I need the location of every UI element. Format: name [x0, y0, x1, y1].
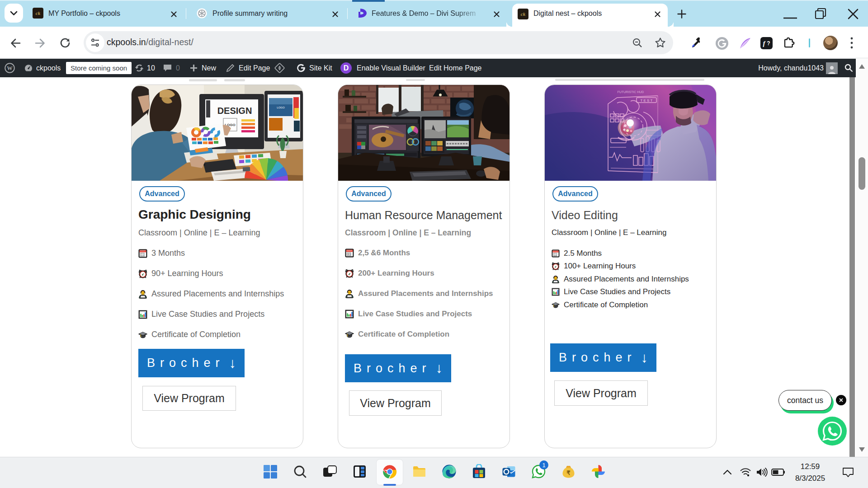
- svg-text:ck: ck: [36, 10, 41, 16]
- svg-text:?: ?: [767, 40, 770, 47]
- svg-text:W: W: [7, 65, 13, 71]
- svg-text:ck: ck: [521, 11, 526, 17]
- svg-text:DESIGN: DESIGN: [217, 106, 252, 116]
- svg-text:₹: ₹: [566, 469, 571, 476]
- svg-text:LOGO: LOGO: [277, 106, 285, 109]
- svg-text:T E S T: T E S T: [641, 99, 653, 103]
- svg-text:FUTURISTIC HUD: FUTURISTIC HUD: [618, 90, 644, 94]
